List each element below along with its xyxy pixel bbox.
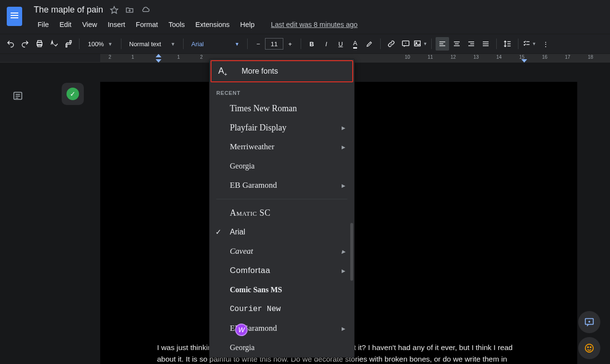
font-menu-scrollbar[interactable]: [350, 223, 353, 281]
toolbar: 100%▼ Normal text▼ Arial▼ − + B I U A ▼ …: [0, 34, 610, 54]
move-icon[interactable]: [125, 6, 134, 14]
outline-toggle-button[interactable]: [9, 87, 27, 105]
svg-rect-5: [414, 41, 420, 46]
submenu-arrow-icon: ▶: [342, 125, 345, 130]
print-button[interactable]: [33, 37, 46, 51]
submenu-arrow-icon: ▶: [342, 144, 345, 150]
menu-tools[interactable]: Tools: [165, 20, 189, 29]
zoom-dropdown[interactable]: 100%▼: [83, 37, 117, 51]
check-icon: ✓: [66, 88, 79, 100]
font-item-times-new-roman[interactable]: Times New Roman: [210, 99, 354, 118]
font-item-eb-garamond[interactable]: EB Garamond▶: [210, 319, 354, 338]
svg-point-9: [585, 344, 594, 352]
emoji-reaction-fab[interactable]: [578, 337, 600, 359]
font-item-merriweather[interactable]: Merriweather▶: [210, 137, 354, 156]
cloud-status-icon[interactable]: [141, 6, 150, 14]
last-edit-link[interactable]: Last edit was 8 minutes ago: [267, 20, 361, 29]
font-item-georgia[interactable]: Georgia: [210, 156, 354, 176]
svg-point-11: [590, 347, 591, 348]
svg-rect-2: [38, 40, 41, 42]
align-left-button[interactable]: [436, 37, 449, 51]
font-dropdown-menu: A+ More fonts RECENT Times New RomanPlay…: [209, 59, 355, 358]
checklist-button[interactable]: ▼: [522, 37, 536, 51]
menu-file[interactable]: File: [34, 20, 53, 29]
redo-button[interactable]: [18, 37, 32, 51]
add-comment-fab[interactable]: [578, 311, 600, 333]
submenu-arrow-icon: ▶: [342, 249, 345, 254]
align-justify-button[interactable]: [479, 37, 492, 51]
insert-comment-button[interactable]: [399, 37, 412, 51]
font-item-playfair-display[interactable]: Playfair Display▶: [210, 118, 354, 137]
menu-divider: [216, 199, 347, 199]
font-item-caveat[interactable]: Caveat▶: [210, 242, 354, 261]
menu-format[interactable]: Format: [132, 20, 162, 29]
underline-button[interactable]: U: [334, 37, 347, 51]
font-item-amatic-sc[interactable]: Amatic SC: [210, 203, 354, 222]
font-add-icon: A+: [218, 66, 227, 77]
font-item-comfortaa[interactable]: Comfortaa▶: [210, 261, 354, 280]
font-item-arial[interactable]: Arial✓: [210, 222, 354, 242]
menu-edit[interactable]: Edit: [55, 20, 75, 29]
check-icon: ✓: [215, 228, 222, 236]
line-spacing-button[interactable]: [501, 37, 514, 51]
collaborator-avatar[interactable]: W: [235, 324, 248, 336]
font-family-dropdown[interactable]: Arial▼: [187, 37, 243, 51]
more-fonts-item[interactable]: A+ More fonts: [211, 60, 353, 82]
highlight-button[interactable]: [363, 37, 376, 51]
italic-button[interactable]: I: [319, 37, 333, 51]
submenu-arrow-icon: ▶: [342, 268, 346, 273]
menu-insert[interactable]: Insert: [104, 20, 129, 29]
svg-marker-0: [111, 6, 118, 13]
undo-button[interactable]: [4, 37, 17, 51]
document-title[interactable]: The maple of pain: [34, 5, 103, 15]
submenu-arrow-icon: ▶: [342, 326, 345, 331]
font-item-eb-garamond[interactable]: EB Garamond▶: [210, 176, 354, 195]
align-right-button[interactable]: [464, 37, 478, 51]
star-icon[interactable]: [110, 6, 119, 14]
more-toolbar-button[interactable]: ⋮: [539, 37, 553, 51]
paint-format-button[interactable]: [62, 37, 75, 51]
paragraph-style-dropdown[interactable]: Normal text▼: [125, 37, 179, 51]
font-size-input[interactable]: [265, 38, 283, 50]
font-size-decrease[interactable]: −: [252, 37, 265, 51]
docs-logo[interactable]: [7, 7, 22, 26]
spellcheck-button[interactable]: [47, 37, 61, 51]
align-center-button[interactable]: [450, 37, 464, 51]
insert-link-button[interactable]: [385, 37, 398, 51]
bold-button[interactable]: B: [305, 37, 318, 51]
font-size-increase[interactable]: +: [283, 37, 297, 51]
menu-view[interactable]: View: [78, 20, 101, 29]
font-item-georgia[interactable]: Georgia: [210, 338, 354, 357]
menu-extensions[interactable]: Extensions: [192, 20, 234, 29]
recent-fonts-label: RECENT: [210, 83, 354, 99]
grammarly-badge[interactable]: ✓: [62, 83, 84, 105]
text-color-button[interactable]: A: [348, 37, 362, 51]
submenu-arrow-icon: ▶: [342, 183, 345, 188]
insert-image-button[interactable]: ▼: [413, 37, 427, 51]
font-item-courier-new[interactable]: Courier New: [210, 299, 354, 319]
menu-help[interactable]: Help: [237, 20, 259, 29]
svg-point-10: [587, 347, 588, 348]
font-item-comic-sans-ms[interactable]: Comic Sans MS: [210, 280, 354, 299]
